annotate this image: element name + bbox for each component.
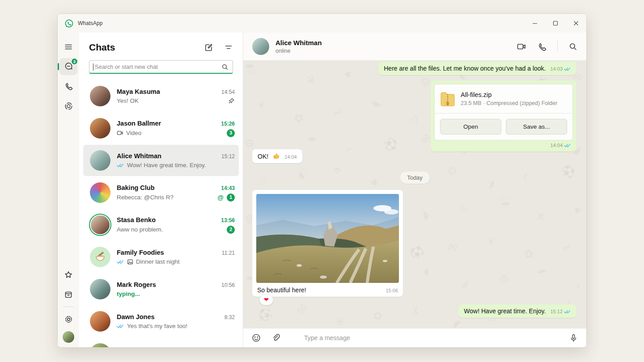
message-incoming-ok[interactable]: OK! 14:04 xyxy=(252,149,302,163)
video-call-button[interactable] xyxy=(517,42,526,51)
chat-list: Maya Kasuma 14:54 Yes! OK xyxy=(79,80,243,347)
message-input[interactable] xyxy=(303,334,564,342)
message-time: 14:03 xyxy=(550,67,563,72)
chat-name: Maya Kasuma xyxy=(117,88,160,95)
pinned-icon xyxy=(228,97,235,104)
rail-divider xyxy=(63,307,74,307)
nav-status[interactable] xyxy=(59,97,77,114)
read-ticks-icon xyxy=(117,324,124,328)
zip-file-icon xyxy=(440,90,455,108)
avatar xyxy=(90,279,110,299)
search-input[interactable] xyxy=(89,60,233,74)
chat-row-family-foodies[interactable]: Family Foodies 11:21 Dinner last night xyxy=(79,241,243,273)
app-title: WhatsApp xyxy=(78,20,102,26)
read-ticks-icon xyxy=(117,260,124,264)
chat-time: 11:21 xyxy=(218,250,235,256)
nav-starred[interactable] xyxy=(59,266,77,283)
unread-badge: 3 xyxy=(227,129,235,137)
voice-call-button[interactable] xyxy=(537,42,547,51)
save-as-button[interactable]: Save as... xyxy=(506,119,567,135)
photo-caption: So beautiful here! xyxy=(257,286,306,294)
nav-settings[interactable] xyxy=(59,311,77,328)
message-area[interactable]: ☕✈♥✎⚙☂♪⚽✉☀✿✂☁♨☕✈♥✎⚙☂♪⚽✉☀✿✂☁♨☕✈♥✎⚙☂♪⚽✉☀✿✂… xyxy=(243,61,586,328)
chat-row-jason[interactable]: Jason Ballmer 15:26 Video 3 xyxy=(79,112,243,144)
attach-file-button[interactable] xyxy=(271,333,281,343)
chat-preview: Aww no problem. xyxy=(117,226,163,233)
chat-preview: Video xyxy=(126,130,141,136)
chat-preview: Wow! Have great time. Enjoy. xyxy=(127,162,206,168)
search-in-chat-button[interactable] xyxy=(568,42,577,51)
chat-row-mark[interactable]: Mark Rogers 10:56 typing... xyxy=(79,273,243,305)
whatsapp-window: WhatsApp 3 xyxy=(57,13,587,348)
chat-time: 8:32 xyxy=(221,314,235,320)
chat-name: Stasa Benko xyxy=(117,216,156,223)
maximize-button[interactable] xyxy=(545,14,566,33)
chat-time: 14:43 xyxy=(217,185,235,191)
message-incoming-photo[interactable]: So beautiful here! 15:06 xyxy=(252,190,403,297)
hamburger-icon xyxy=(64,42,73,51)
conversation-header: Alice Whitman online xyxy=(243,33,586,61)
chat-row-alice[interactable]: Alice Whitman 15:12 Wow! Have great time… xyxy=(79,144,243,177)
composer-bar xyxy=(243,328,586,347)
chat-time: 14:54 xyxy=(218,89,235,95)
close-button[interactable] xyxy=(566,14,586,33)
message-text: Here are all the files. Let me know once… xyxy=(384,65,546,72)
message-outgoing-files[interactable]: Here are all the files. Let me know once… xyxy=(378,62,576,75)
message-outgoing-wow[interactable]: Wow! Have great time. Enjoy. 15:12 xyxy=(458,304,576,318)
star-icon xyxy=(64,270,73,279)
chat-list-panel: Chats xyxy=(79,33,243,347)
nav-rail: 3 xyxy=(58,33,79,347)
search-icon xyxy=(221,63,229,71)
message-text: OK! xyxy=(258,153,268,160)
chat-preview: Yes that's my fave too! xyxy=(127,323,187,329)
nav-chats[interactable]: 3 xyxy=(59,58,77,75)
text-caret xyxy=(93,63,93,71)
heart-reaction[interactable]: ❤ xyxy=(259,295,273,305)
thumbs-up-emoji xyxy=(273,152,280,160)
microphone-button[interactable] xyxy=(569,333,578,343)
noodle-bowl-icon xyxy=(94,251,106,263)
peer-avatar[interactable] xyxy=(252,38,269,55)
archive-icon xyxy=(64,290,73,299)
avatar-with-status-ring xyxy=(91,215,110,234)
avatar xyxy=(90,118,110,139)
message-time: 14:04 xyxy=(550,143,563,148)
whatsapp-logo-icon xyxy=(64,19,74,28)
nav-calls[interactable] xyxy=(59,78,77,95)
message-outgoing-file-attachment[interactable]: All-files.zip 23.5 MB · Compressed (zipp… xyxy=(431,80,576,152)
chats-unread-badge: 3 xyxy=(71,58,78,65)
menu-button[interactable] xyxy=(59,38,77,55)
open-file-button[interactable]: Open xyxy=(440,119,501,135)
peer-name[interactable]: Alice Whitman xyxy=(275,39,322,46)
chat-preview: Rebecca: @Chris R? xyxy=(117,194,174,201)
new-chat-icon[interactable] xyxy=(204,43,213,52)
file-card: All-files.zip 23.5 MB · Compressed (zipp… xyxy=(434,84,573,140)
file-meta: 23.5 MB · Compressed (zipped) Folder xyxy=(461,100,557,106)
chat-time: 13:56 xyxy=(217,217,235,223)
emoji-picker-button[interactable] xyxy=(251,333,261,343)
photo-mountain-landscape[interactable] xyxy=(256,194,399,283)
phone-icon xyxy=(64,82,73,91)
chat-row-baking-club[interactable]: Baking Club 14:43 Rebecca: @Chris R? @ 1 xyxy=(79,177,243,209)
chat-row-stasa[interactable]: Stasa Benko 13:56 Aww no problem. 2 xyxy=(79,209,243,241)
chat-row-dawn[interactable]: Dawn Jones 8:32 Yes that's my fave too! xyxy=(79,305,243,337)
chat-name: Jason Ballmer xyxy=(117,120,161,127)
chat-row-maya[interactable]: Maya Kasuma 14:54 Yes! OK xyxy=(79,80,243,112)
avatar xyxy=(90,86,110,106)
nav-archived[interactable] xyxy=(59,286,77,303)
profile-avatar[interactable] xyxy=(63,331,74,343)
chat-row-ziggy[interactable]: Ziggy Woodley 9:12 xyxy=(79,337,243,347)
peer-status: online xyxy=(275,48,322,54)
minimize-button[interactable] xyxy=(525,14,545,33)
avatar xyxy=(90,150,110,171)
video-call-icon xyxy=(117,130,123,136)
read-ticks-icon xyxy=(564,67,571,71)
filter-chats-icon[interactable] xyxy=(224,43,233,52)
status-icon xyxy=(64,101,73,111)
chat-name: Alice Whitman xyxy=(117,152,161,160)
message-text: Wow! Have great time. Enjoy. xyxy=(464,307,546,315)
read-ticks-icon xyxy=(117,163,124,168)
file-name: All-files.zip xyxy=(461,91,557,98)
mention-indicator: @ xyxy=(217,194,224,201)
window-controls xyxy=(525,14,586,33)
